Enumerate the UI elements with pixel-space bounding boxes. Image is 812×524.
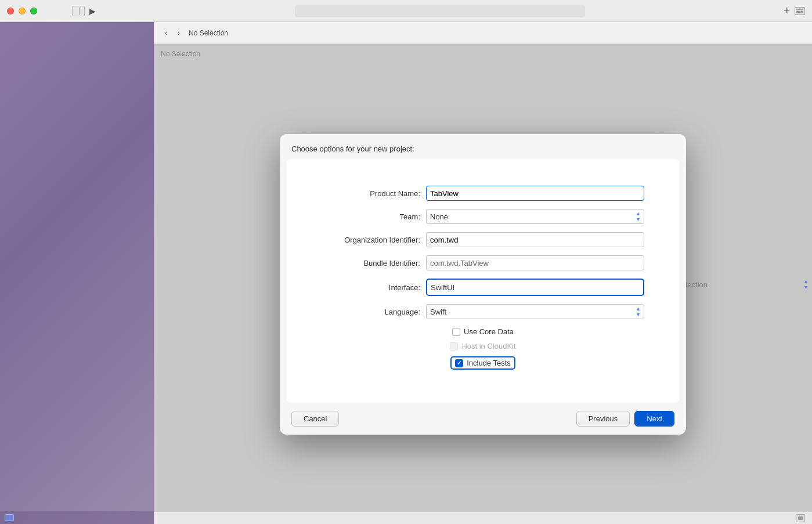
host-cloudkit-label: Host in CloudKit — [450, 342, 515, 350]
team-label: Team: — [322, 212, 426, 221]
no-selection-label: No Selection — [189, 29, 228, 37]
interface-select[interactable]: SwiftUI — [427, 280, 643, 295]
add-icon[interactable]: + — [784, 5, 790, 17]
titlebar: ▶ + — [0, 0, 812, 22]
use-core-data-label[interactable]: Use Core Data — [452, 327, 514, 336]
interface-label: Interface: — [322, 283, 426, 292]
forward-button[interactable]: › — [174, 28, 184, 38]
bundle-identifier-label: Bundle Identifier: — [322, 259, 426, 268]
include-tests-row: Include Tests — [322, 356, 644, 370]
toolbar-search[interactable] — [295, 5, 585, 17]
modal-body: Product Name: Team: None ▲ ▼ — [287, 159, 679, 403]
host-cloudkit-row: Host in CloudKit — [322, 342, 644, 350]
host-cloudkit-checkbox[interactable] — [450, 342, 458, 350]
bundle-identifier-row: Bundle Identifier: com.twd.TabView — [322, 255, 644, 270]
product-name-input[interactable] — [426, 186, 644, 201]
modal-title: Choose options for your new project: — [280, 134, 686, 159]
form-container: Product Name: Team: None ▲ ▼ — [287, 162, 679, 399]
product-name-row: Product Name: — [322, 186, 644, 201]
language-select[interactable]: Swift — [426, 304, 644, 319]
modal-overlay: Choose options for your new project: Pro… — [154, 44, 812, 524]
titlebar-right-icons: + — [784, 5, 805, 17]
toolbar-row: ‹ › No Selection — [154, 22, 812, 44]
product-name-label: Product Name: — [322, 189, 426, 198]
bottom-left-icon[interactable] — [5, 514, 14, 521]
new-project-dialog: Choose options for your new project: Pro… — [280, 134, 686, 435]
cancel-button[interactable]: Cancel — [291, 411, 339, 427]
search-bar-area — [96, 5, 784, 17]
interface-highlight: SwiftUI ▲ ▼ — [426, 279, 644, 296]
org-identifier-label: Organization Identifier: — [322, 236, 426, 244]
left-sidebar: □ ✏ ⌕ △ ◇ @ 💬 ≡ — [0, 0, 154, 524]
include-tests-checkbox[interactable] — [455, 359, 463, 367]
org-identifier-input[interactable] — [426, 232, 644, 247]
modal-footer: Cancel Previous Next — [280, 403, 686, 435]
layout-toggle-icon[interactable] — [795, 7, 805, 15]
use-core-data-checkbox[interactable] — [452, 328, 460, 336]
close-button[interactable] — [7, 8, 14, 15]
back-button[interactable]: ‹ — [161, 28, 171, 38]
footer-right-buttons: Previous Next — [576, 411, 674, 427]
team-select[interactable]: None — [426, 209, 644, 224]
org-identifier-row: Organization Identifier: — [322, 232, 644, 247]
bundle-identifier-value: com.twd.TabView — [426, 255, 644, 270]
team-row: Team: None ▲ ▼ — [322, 209, 644, 224]
include-tests-label[interactable]: Include Tests — [455, 359, 511, 367]
bottom-left-bar — [0, 511, 154, 524]
include-tests-highlight: Include Tests — [450, 356, 515, 370]
play-button[interactable]: ▶ — [89, 6, 96, 16]
nav-arrows: ‹ › — [161, 28, 184, 38]
previous-button[interactable]: Previous — [576, 411, 630, 427]
language-select-wrapper: Swift ▲ ▼ — [426, 304, 644, 319]
interface-row: Interface: SwiftUI ▲ ▼ — [322, 279, 644, 296]
minimize-button[interactable] — [19, 8, 26, 15]
sidebar-toggle-icon[interactable] — [72, 6, 85, 16]
next-button[interactable]: Next — [634, 411, 674, 427]
use-core-data-row: Use Core Data — [322, 327, 644, 336]
language-label: Language: — [322, 308, 426, 316]
team-select-wrapper: None ▲ ▼ — [426, 209, 644, 224]
language-row: Language: Swift ▲ ▼ — [322, 304, 644, 319]
traffic-lights — [7, 8, 37, 15]
maximize-button[interactable] — [30, 8, 37, 15]
